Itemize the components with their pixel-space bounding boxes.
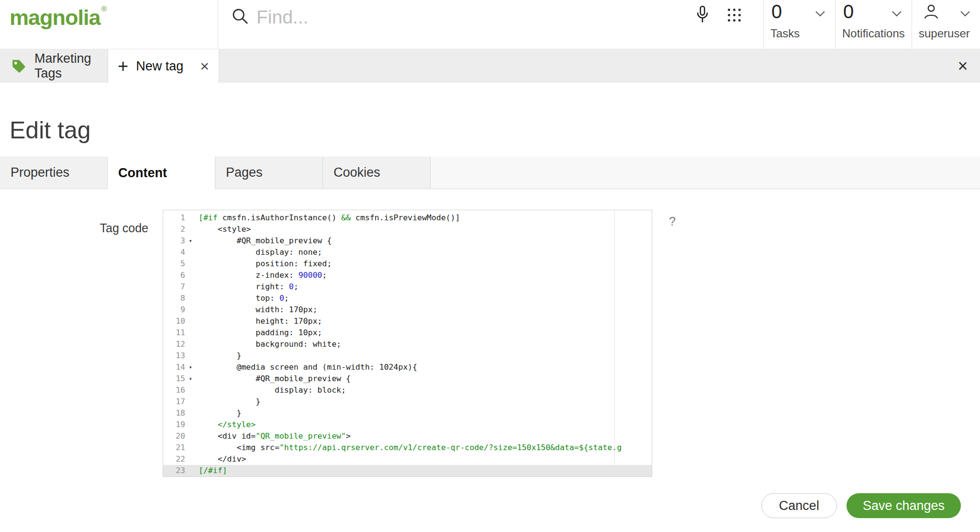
- fold-toggle-icon: [185, 442, 196, 453]
- tab-label: New tag: [136, 59, 183, 74]
- code-text: right: 0;: [196, 281, 299, 293]
- fold-toggle-icon: [185, 430, 196, 442]
- tag-code-label: Tag code: [0, 221, 148, 235]
- tab-pages[interactable]: Pages: [215, 157, 323, 189]
- code-line[interactable]: 22 </div>: [163, 453, 652, 465]
- line-number: 2: [163, 224, 185, 235]
- fold-toggle-icon: [185, 212, 196, 224]
- search-icon: [231, 7, 250, 26]
- code-line[interactable]: 5 position: fixed;: [163, 258, 652, 270]
- code-line[interactable]: 16 display: block;: [163, 385, 652, 396]
- global-search: [218, 0, 764, 49]
- tab-marketing-tags[interactable]: Marketing Tags: [0, 49, 108, 83]
- code-line[interactable]: 17 }: [163, 396, 652, 407]
- code-lines: 1 [#if cmsfn.isAuthorInstance() && cmsfn…: [163, 212, 652, 476]
- fold-toggle-icon: [185, 247, 196, 258]
- app-launcher-icon[interactable]: [728, 9, 741, 22]
- tab-properties[interactable]: Properties: [0, 157, 108, 189]
- username-label: superuser: [919, 27, 970, 40]
- fold-toggle-icon[interactable]: ▾: [185, 235, 196, 247]
- code-line[interactable]: 21 <img src="https://api.qrserver.com/v1…: [163, 442, 652, 453]
- code-line[interactable]: 11 padding: 10px;: [163, 327, 652, 339]
- line-number: 3: [163, 235, 185, 247]
- code-line[interactable]: 14 ▾ @media screen and (min-width: 1024p…: [163, 362, 652, 373]
- code-text: height: 170px;: [196, 316, 322, 327]
- code-line[interactable]: 13 }: [163, 350, 652, 362]
- topbar: magnolia® 0 Tasks 0 Notifications: [0, 0, 980, 49]
- code-text: z-index: 90000;: [196, 270, 327, 281]
- code-text: </style>: [196, 419, 256, 430]
- code-text: display: block;: [196, 385, 346, 396]
- save-changes-button[interactable]: Save changes: [846, 493, 961, 518]
- notifications-dropdown[interactable]: 0 Notifications: [835, 0, 912, 49]
- line-number: 16: [163, 385, 185, 396]
- line-number: 11: [163, 327, 185, 339]
- user-menu[interactable]: superuser: [912, 0, 980, 49]
- code-line[interactable]: 1 [#if cmsfn.isAuthorInstance() && cmsfn…: [163, 212, 652, 224]
- tasks-dropdown[interactable]: 0 Tasks: [764, 0, 835, 49]
- code-text: #QR_mobile_preview {: [196, 235, 332, 247]
- line-number: 17: [163, 396, 185, 407]
- fold-toggle-icon: [185, 224, 196, 235]
- microphone-icon[interactable]: [694, 5, 711, 27]
- fold-toggle-icon: [185, 327, 196, 339]
- fold-toggle-icon: [185, 281, 196, 293]
- code-text: position: fixed;: [196, 258, 332, 270]
- code-editor[interactable]: 1 [#if cmsfn.isAuthorInstance() && cmsfn…: [163, 210, 652, 477]
- code-line[interactable]: 12 background: white;: [163, 339, 652, 350]
- code-line[interactable]: 3 ▾ #QR_mobile_preview {: [163, 235, 652, 247]
- fold-toggle-icon: [185, 316, 196, 327]
- search-input[interactable]: [256, 0, 662, 34]
- line-number: 22: [163, 453, 185, 465]
- line-number: 5: [163, 258, 185, 270]
- logo-zone: magnolia®: [0, 0, 218, 49]
- fold-toggle-icon[interactable]: ▾: [185, 362, 196, 373]
- notifications-label: Notifications: [842, 27, 905, 40]
- line-number: 14: [163, 362, 185, 373]
- code-line[interactable]: 23 [/#if]: [163, 465, 652, 476]
- fold-toggle-icon: [185, 350, 196, 362]
- fold-toggle-icon: [185, 407, 196, 419]
- code-text: <style>: [196, 224, 251, 235]
- code-line[interactable]: 15 ▾ #QR_mobile_preview {: [163, 373, 652, 385]
- dialog-tabs: Properties Content Pages Cookies: [0, 157, 980, 189]
- fold-toggle-icon: [185, 258, 196, 270]
- chevron-down-icon: [815, 11, 825, 17]
- code-line[interactable]: 4 display: none;: [163, 247, 652, 258]
- code-line[interactable]: 9 width: 170px;: [163, 304, 652, 316]
- chevron-down-icon: [960, 11, 970, 17]
- code-text: </div>: [196, 453, 246, 465]
- tab-new-tag[interactable]: + New tag ×: [108, 49, 219, 83]
- tasks-count: 0: [771, 1, 782, 23]
- code-line[interactable]: 20 <div id="QR_mobile_preview">: [163, 430, 652, 442]
- line-number: 13: [163, 350, 185, 362]
- code-text: display: none;: [196, 247, 322, 258]
- code-line[interactable]: 8 top: 0;: [163, 293, 652, 304]
- code-line[interactable]: 2 <style>: [163, 224, 652, 235]
- code-text: }: [196, 396, 260, 407]
- fold-toggle-icon: [185, 385, 196, 396]
- code-text: <img src="https://api.qrserver.com/v1/cr…: [196, 442, 622, 453]
- tab-label: Marketing Tags: [34, 51, 108, 81]
- code-line[interactable]: 18 }: [163, 407, 652, 419]
- code-line[interactable]: 19 </style>: [163, 419, 652, 430]
- magnolia-logo: magnolia®: [10, 5, 106, 30]
- app-tabbar: Marketing Tags + New tag × ×: [0, 49, 980, 83]
- tab-content[interactable]: Content: [108, 157, 215, 189]
- line-number: 1: [163, 212, 185, 224]
- fold-toggle-icon: [185, 293, 196, 304]
- fold-toggle-icon: [185, 465, 196, 476]
- close-app-icon[interactable]: ×: [946, 49, 980, 83]
- code-line[interactable]: 6 z-index: 90000;: [163, 270, 652, 281]
- help-icon[interactable]: ?: [669, 215, 676, 228]
- fold-toggle-icon[interactable]: ▾: [185, 373, 196, 385]
- code-text: }: [196, 407, 241, 419]
- code-line[interactable]: 10 height: 170px;: [163, 316, 652, 327]
- code-line[interactable]: 7 right: 0;: [163, 281, 652, 293]
- tab-cookies[interactable]: Cookies: [323, 157, 431, 189]
- fold-toggle-icon: [185, 453, 196, 465]
- cancel-button[interactable]: Cancel: [761, 493, 837, 518]
- code-text: [#if cmsfn.isAuthorInstance() && cmsfn.i…: [196, 212, 460, 224]
- close-tab-icon[interactable]: ×: [200, 57, 209, 75]
- code-text: }: [196, 350, 241, 362]
